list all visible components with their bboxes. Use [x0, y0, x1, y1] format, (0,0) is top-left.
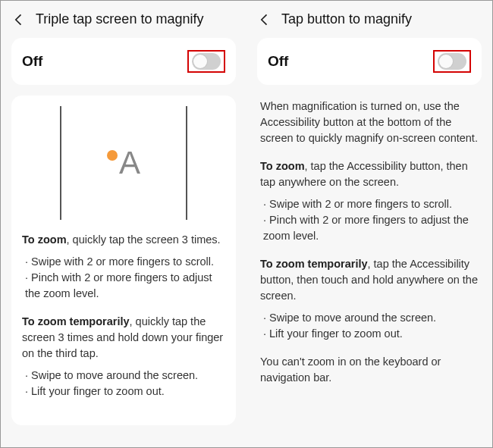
temp-bullet-1: · Swipe to move around the screen.	[260, 310, 479, 326]
zoom-bullet-1: · Swipe with 2 or more fingers to scroll…	[260, 196, 479, 212]
zoom-bullet-2: · Pinch with 2 or more fingers to adjust…	[260, 212, 479, 244]
toggle-card-right: Off	[257, 38, 482, 85]
temp-line: To zoom temporarily, quickly tap the scr…	[22, 314, 225, 362]
highlight-box	[433, 50, 471, 73]
magnify-illustration: A	[22, 106, 225, 220]
zoom-section: To zoom, tap the Accessibility button, t…	[260, 158, 479, 244]
zoom-heading: To zoom	[260, 160, 305, 172]
back-icon[interactable]	[11, 12, 27, 27]
zoom-section: To zoom, quickly tap the screen 3 times.…	[22, 232, 225, 302]
illus-center: A	[107, 140, 140, 186]
zoom-bullet-2: · Pinch with 2 or more fingers to adjust…	[22, 270, 225, 302]
illus-letter: A	[119, 140, 140, 186]
temp-heading: To zoom temporarily	[22, 315, 130, 327]
temp-bullet-1: · Swipe to move around the screen.	[22, 368, 225, 384]
pointer-dot-icon	[107, 150, 118, 161]
zoom-line: To zoom, quickly tap the screen 3 times.	[22, 232, 225, 248]
highlight-box	[187, 50, 225, 73]
footer-note: You can't zoom in on the keyboard or nav…	[260, 354, 479, 386]
temp-section: To zoom temporarily, tap the Accessibili…	[260, 256, 479, 342]
intro-section: When magnification is turned on, use the…	[260, 99, 479, 146]
panel-tap-button: Tap button to magnify Off When magnifica…	[246, 1, 492, 447]
temp-bullet-2: · Lift your finger to zoom out.	[22, 384, 225, 399]
back-icon[interactable]	[257, 12, 272, 27]
panel-triple-tap: Triple tap screen to magnify Off A To zo…	[1, 1, 246, 447]
content-card-left: A To zoom, quickly tap the screen 3 time…	[11, 96, 236, 425]
temp-section: To zoom temporarily, quickly tap the scr…	[22, 314, 225, 399]
temp-heading: To zoom temporarily	[260, 258, 368, 270]
toggle-card-left: Off	[11, 38, 236, 85]
page-title: Triple tap screen to magnify	[36, 11, 203, 27]
toggle-label: Off	[22, 53, 42, 70]
toggle-label: Off	[268, 53, 288, 70]
zoom-bullet-1: · Swipe with 2 or more fingers to scroll…	[22, 254, 225, 270]
content-right: When magnification is turned on, use the…	[257, 99, 482, 398]
header-right: Tap button to magnify	[257, 8, 482, 38]
toggle-switch[interactable]	[438, 53, 466, 70]
zoom-heading: To zoom	[22, 233, 67, 246]
page-title: Tap button to magnify	[281, 11, 412, 27]
temp-bullet-2: · Lift your finger to zoom out.	[260, 326, 479, 342]
toggle-switch[interactable]	[192, 53, 221, 70]
zoom-line: To zoom, tap the Accessibility button, t…	[260, 158, 479, 190]
illus-bar-left	[60, 106, 61, 220]
zoom-text: , quickly tap the screen 3 times.	[67, 233, 221, 246]
temp-line: To zoom temporarily, tap the Accessibili…	[260, 256, 479, 304]
header-left: Triple tap screen to magnify	[11, 8, 236, 38]
illus-bar-right	[186, 106, 187, 220]
